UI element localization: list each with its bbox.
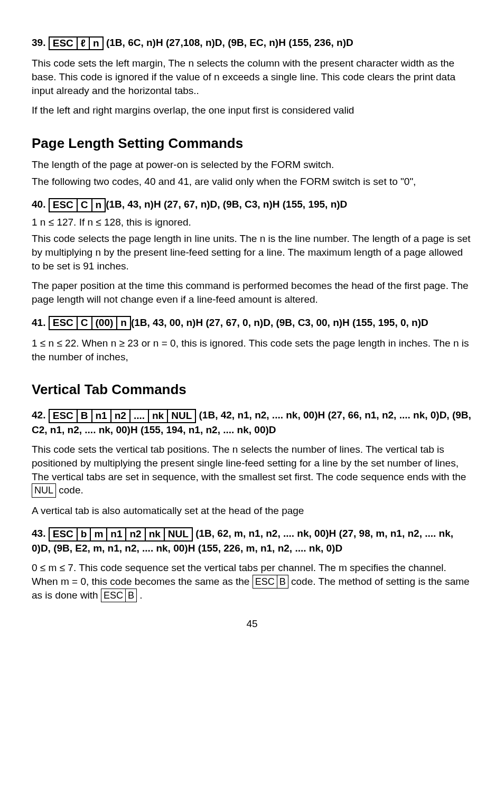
nul-box: NUL: [32, 483, 56, 497]
item-num: 41.: [32, 317, 45, 328]
item-40-para-2: The paper position at the time this comm…: [32, 279, 472, 306]
esc-b-box-1: ESCB: [253, 575, 288, 589]
item-41-codes: (1B, 43, 00, n)H (27, 67, 0, n)D, (9B, C…: [131, 317, 428, 328]
item-39-para-1: This code sets the left margin, The n se…: [32, 57, 472, 97]
page-length-intro-2: The following two codes, 40 and 41, are …: [32, 175, 472, 189]
item-39-para-2: If the left and right margins overlap, t…: [32, 104, 472, 117]
item-41-para: 1 ≤ n ≤ 22. When n ≥ 23 or n = 0, this i…: [32, 337, 472, 363]
item-42-para-1: This code sets the vertical tab position…: [32, 443, 472, 497]
page-number: 45: [32, 617, 472, 631]
esc-b-seq-box: ESC B n1 n2 .... nk NUL: [49, 409, 197, 423]
page-length-heading: Page Length Setting Commands: [32, 134, 472, 153]
page-length-intro-1: The length of the page at power-on is se…: [32, 158, 472, 172]
item-40-header: 40. ESC C n (1B, 43, n)H (27, 67, n)D, (…: [32, 198, 472, 212]
esc-c-n-box: ESC C n: [49, 198, 106, 212]
item-40-para-1: This code selects the page length in lin…: [32, 232, 472, 273]
esc-b-box-2: ESCB: [101, 589, 137, 602]
esc-c-00-n-box: ESC C (00) n: [49, 316, 131, 330]
esc-b-m-seq-box: ESC b m n1 n2 nk NUL: [49, 527, 193, 542]
item-num: 43.: [32, 528, 45, 539]
item-num: 40.: [32, 199, 45, 210]
esc-l-n-box: ESC ℓ n: [49, 36, 104, 51]
item-num: 42.: [32, 409, 45, 421]
item-39-codes: (1B, 6C, n)H (27,108, n)D, (9B, EC, n)H …: [104, 37, 353, 48]
item-41-header: 41. ESC C (00) n (1B, 43, 00, n)H (27, 6…: [32, 316, 472, 330]
item-42-header: 42. ESC B n1 n2 .... nk NUL (1B, 42, n1,…: [32, 408, 472, 436]
item-39-header: 39. ESC ℓ n (1B, 6C, n)H (27,108, n)D, (…: [32, 36, 472, 50]
item-40-constraint: 1 n ≤ 127. If n ≤ 128, this is ignored.: [32, 216, 472, 229]
item-42-para-2: A vertical tab is also automatically set…: [32, 504, 472, 518]
item-num: 39.: [32, 37, 45, 48]
vertical-tab-heading: Vertical Tab Commands: [32, 380, 472, 399]
item-43-header: 43. ESC b m n1 n2 nk NUL (1B, 62, m, n1,…: [32, 527, 472, 555]
item-43-para: 0 ≤ m ≤ 7. This code sequence set the ve…: [32, 561, 472, 602]
item-40-codes: (1B, 43, n)H (27, 67, n)D, (9B, C3, n)H …: [106, 199, 347, 210]
